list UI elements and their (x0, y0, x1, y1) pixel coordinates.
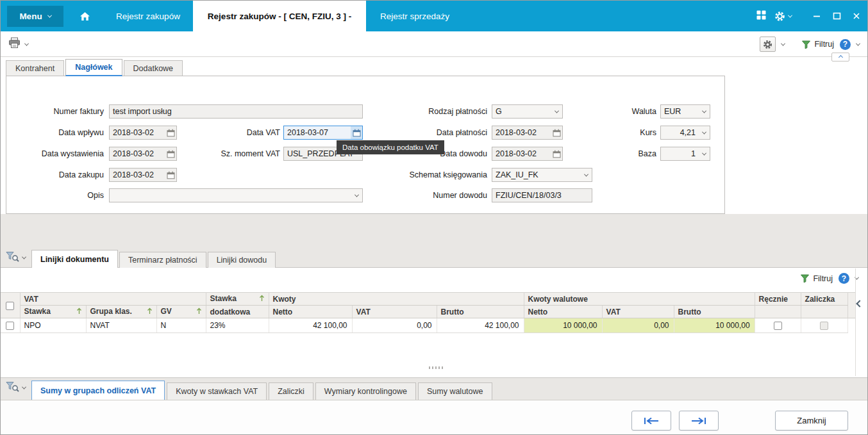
splitter-handle[interactable] (429, 366, 444, 369)
numer-faktury-field[interactable]: test import usług (109, 104, 363, 119)
group-header-vat[interactable]: VAT (20, 293, 206, 306)
home-button[interactable] (72, 1, 97, 31)
window-tab-label: Rejestr sprzedaży (380, 12, 449, 21)
data-vat-field[interactable]: 2018-03-07 (283, 126, 363, 140)
select-all-checkbox[interactable] (6, 302, 14, 310)
tab-kontrahent[interactable]: Kontrahent (6, 60, 64, 76)
column-header-vat-walutowe[interactable]: VAT (602, 306, 674, 318)
help-button[interactable]: ? (840, 39, 851, 50)
row-select-checkbox[interactable] (6, 322, 14, 330)
grid-filter-search-button[interactable] (6, 251, 19, 265)
baza-field[interactable]: 1 (660, 147, 710, 161)
tab-linijki-dokumentu[interactable]: Linijki dokumentu (31, 250, 118, 268)
next-document-button[interactable] (679, 411, 719, 431)
column-header-dodatkowa[interactable]: dodatkowa (206, 306, 269, 318)
summary-filter-search-button[interactable] (6, 381, 19, 395)
group-header-stawka-dodatkowa[interactable]: Stawka (206, 293, 269, 306)
filter-button[interactable]: Filtruj (801, 40, 834, 49)
rodzaj-platnosci-field[interactable]: G (492, 104, 563, 119)
column-header-vat[interactable]: VAT (352, 306, 437, 318)
numer-dowodu-field[interactable]: FZIU/CEN/18/03/3 (492, 188, 592, 202)
maximize-button[interactable] (831, 10, 842, 22)
lines-filter-button[interactable]: Filtruj (800, 274, 833, 283)
column-header-gv[interactable]: GV (156, 306, 206, 318)
help-chevron[interactable] (856, 41, 860, 45)
sort-asc-icon (196, 308, 202, 316)
column-header-netto-walutowe[interactable]: Netto (524, 306, 602, 318)
column-header-netto[interactable]: Netto (269, 306, 352, 318)
column-scroll-left-button[interactable] (855, 298, 865, 309)
calendar-icon (353, 129, 361, 137)
tab-linijki-dowodu[interactable]: Linijki dowodu (208, 252, 276, 268)
column-header-grupa-klas[interactable]: Grupa klas. (86, 306, 156, 318)
window-tab-rejestr-zakupow[interactable]: Rejestr zakupów (103, 1, 193, 31)
print-options-chevron[interactable] (24, 41, 29, 45)
schemat-ksiegowania-field[interactable]: ZAK_IU_FK (492, 168, 592, 182)
kurs-field[interactable]: 4,21 (660, 126, 710, 140)
window-tab-label: Rejestr zakupów (116, 12, 180, 21)
table-row[interactable]: NPO NVAT N 23% 42 100,00 0,00 42 100,00 … (1, 318, 855, 333)
data-zakupu-field[interactable]: 2018-03-02 (109, 168, 177, 182)
dropdown-button[interactable] (351, 189, 362, 202)
view-settings-chevron[interactable] (781, 41, 785, 45)
group-header-kwoty-walutowe[interactable]: Kwoty walutowe (524, 293, 755, 306)
tab-terminarz-platnosci[interactable]: Terminarz płatności (119, 252, 206, 268)
group-label: Kwoty (273, 295, 296, 304)
dropdown-button[interactable] (699, 147, 710, 160)
data-wystawienia-field[interactable]: 2018-03-02 (109, 147, 177, 161)
collapse-panel-button[interactable] (831, 53, 849, 62)
dropdown-button[interactable] (699, 126, 710, 139)
column-header-brutto-walutowe[interactable]: Brutto (674, 306, 755, 318)
tab-zaliczki[interactable]: Zaliczki (269, 382, 313, 400)
tab-wymiary-kontrolingowe[interactable]: Wymiary kontrolingowe (315, 382, 416, 400)
grid-options-chevron[interactable] (22, 255, 26, 259)
print-button[interactable] (8, 37, 21, 51)
summary-options-chevron[interactable] (22, 385, 26, 390)
column-header-brutto[interactable]: Brutto (437, 306, 524, 318)
lines-help-button[interactable]: ? (839, 273, 849, 284)
opis-field[interactable] (109, 188, 363, 202)
chevron-down-icon (355, 192, 359, 197)
close-button[interactable] (851, 10, 862, 22)
calendar-button[interactable] (551, 147, 562, 160)
cell-brutto-walutowe: 10 000,00 (674, 318, 755, 333)
waluta-field[interactable]: EUR (660, 104, 710, 119)
group-label: Stawka (210, 294, 237, 303)
menu-button[interactable]: Menu (7, 6, 63, 27)
apps-grid-button[interactable] (756, 10, 766, 22)
dropdown-button[interactable] (551, 105, 562, 118)
window-tab-rejestr-zakupow-cen-fziu[interactable]: Rejestr zakupów - [ CEN, FZIU, 3 ] - (193, 1, 366, 31)
column-header-zaliczka[interactable]: Zaliczka (801, 293, 847, 306)
previous-document-button[interactable] (631, 411, 671, 431)
titlebar-icons (756, 1, 792, 31)
tab-dodatkowe[interactable]: Dodatkowe (124, 60, 183, 76)
waluta-label: Waluta (592, 104, 656, 119)
group-header-kwoty[interactable]: Kwoty (269, 293, 524, 306)
window-tab-rejestr-sprzedazy[interactable]: Rejestr sprzedaży (366, 1, 463, 31)
close-form-button[interactable]: Zamknij (775, 411, 848, 431)
calendar-button[interactable] (351, 126, 362, 139)
calendar-button[interactable] (165, 147, 176, 160)
tab-sumy-w-grupach-odliczen-vat[interactable]: Sumy w grupach odliczeń VAT (31, 381, 165, 400)
tab-kwoty-w-stawkach-vat[interactable]: Kwoty w stawkach VAT (167, 382, 267, 400)
calendar-button[interactable] (165, 168, 176, 181)
data-platnosci-field[interactable]: 2018-03-02 (492, 126, 563, 140)
cell-vat-walutowe: 0,00 (602, 318, 674, 333)
titlebar-settings-button[interactable] (774, 11, 792, 22)
tab-naglowek[interactable]: Nagłówek (65, 59, 122, 76)
data-wplywu-field[interactable]: 2018-03-02 (109, 126, 177, 140)
data-dowodu-field[interactable]: 2018-03-02 (492, 147, 563, 161)
minimize-button[interactable] (811, 10, 822, 22)
dropdown-button[interactable] (699, 105, 710, 118)
recznie-checkbox[interactable] (774, 322, 782, 330)
view-settings-button[interactable] (760, 37, 776, 52)
calendar-button[interactable] (551, 126, 562, 139)
lines-tabs: Linijki dokumentu Terminarz płatności Li… (31, 250, 277, 268)
column-header-recznie[interactable]: Ręcznie (755, 293, 801, 306)
tab-sumy-walutowe[interactable]: Sumy walutowe (418, 382, 492, 400)
column-header-stawka[interactable]: Stawka (20, 306, 86, 318)
calendar-button[interactable] (165, 126, 176, 139)
tab-label: Linijki dokumentu (40, 255, 109, 264)
tab-label: Kwoty w stawkach VAT (176, 387, 258, 396)
dropdown-button[interactable] (581, 168, 592, 181)
